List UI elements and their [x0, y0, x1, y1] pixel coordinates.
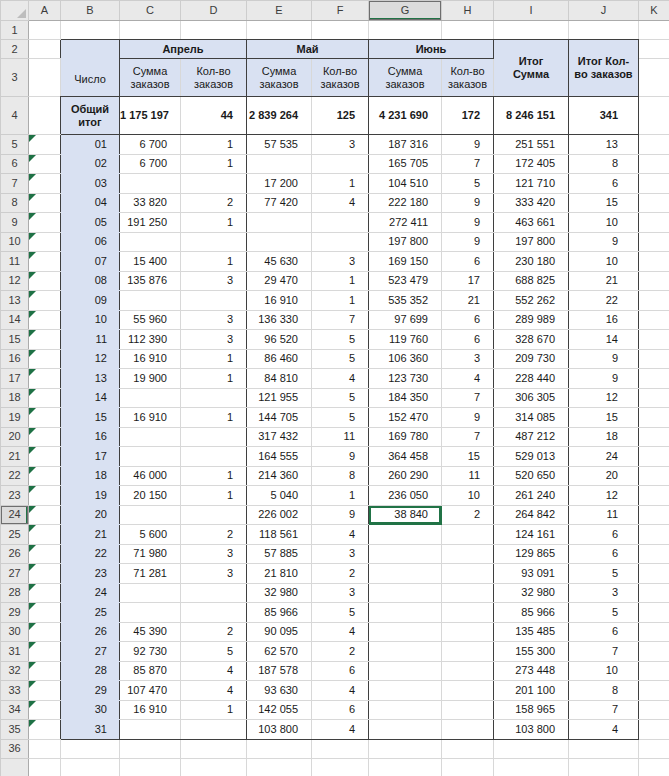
cell-A30[interactable] — [29, 622, 61, 642]
cell-I13[interactable]: 552 262 — [494, 291, 569, 311]
cell-F33[interactable]: 4 — [312, 681, 369, 701]
cell-A3[interactable] — [29, 59, 61, 97]
cell-B9[interactable]: 05 — [61, 213, 120, 233]
cell-E4[interactable]: 2 839 264 — [247, 97, 312, 135]
cell-K35[interactable] — [639, 720, 669, 740]
cell-F22[interactable]: 8 — [312, 466, 369, 486]
row-header-27[interactable]: 27 — [1, 564, 29, 584]
cell-H16[interactable]: 3 — [442, 349, 494, 369]
cell-G34[interactable] — [369, 700, 442, 720]
column-header-C[interactable]: C — [120, 1, 181, 21]
cell-G25[interactable] — [369, 525, 442, 545]
cell-K24[interactable] — [639, 505, 669, 525]
cell-K9[interactable] — [639, 213, 669, 233]
cell-I29[interactable]: 85 966 — [494, 603, 569, 623]
cell-B36[interactable] — [61, 739, 120, 758]
cell-C32[interactable]: 85 870 — [120, 661, 181, 681]
cell-I14[interactable]: 289 989 — [494, 310, 569, 330]
cell-G1[interactable] — [369, 21, 442, 40]
column-header-I[interactable]: I — [494, 1, 569, 21]
cell-G6[interactable]: 165 705 — [369, 154, 442, 174]
cell-G35[interactable] — [369, 720, 442, 740]
row-header-3[interactable]: 3 — [1, 59, 29, 97]
cell-G23[interactable]: 236 050 — [369, 486, 442, 506]
row-header-9[interactable]: 9 — [1, 213, 29, 233]
cell-I9[interactable]: 463 661 — [494, 213, 569, 233]
cell-D5[interactable]: 1 — [181, 135, 247, 155]
cell-I19[interactable]: 314 085 — [494, 408, 569, 428]
cell-C19[interactable]: 16 910 — [120, 408, 181, 428]
row-header-35[interactable]: 35 — [1, 720, 29, 740]
cell-A34[interactable] — [29, 700, 61, 720]
cell-B14[interactable]: 10 — [61, 310, 120, 330]
cell-F17[interactable]: 4 — [312, 369, 369, 389]
cell-E5[interactable]: 57 535 — [247, 135, 312, 155]
cell-K2[interactable] — [639, 40, 669, 59]
row-header-26[interactable]: 26 — [1, 544, 29, 564]
cell-C4[interactable]: 1 175 197 — [120, 97, 181, 135]
cell-E30[interactable]: 90 095 — [247, 622, 312, 642]
cell-J2[interactable]: Итог Кол- во заказов — [569, 40, 639, 97]
cell-G37[interactable] — [369, 758, 442, 776]
cell-F35[interactable]: 4 — [312, 720, 369, 740]
cell-H8[interactable]: 9 — [442, 193, 494, 213]
cell-B13[interactable]: 09 — [61, 291, 120, 311]
cell-F16[interactable]: 5 — [312, 349, 369, 369]
cell-B22[interactable]: 18 — [61, 466, 120, 486]
cell-B17[interactable]: 13 — [61, 369, 120, 389]
cell-F10[interactable] — [312, 232, 369, 252]
cell-G3[interactable]: Сумма заказов — [369, 59, 442, 97]
cell-J35[interactable]: 4 — [569, 720, 639, 740]
cell-G18[interactable]: 184 350 — [369, 388, 442, 408]
cell-C21[interactable] — [120, 447, 181, 467]
cell-J26[interactable]: 6 — [569, 544, 639, 564]
cell-K22[interactable] — [639, 466, 669, 486]
cell-I23[interactable]: 261 240 — [494, 486, 569, 506]
cell-E37[interactable] — [247, 758, 312, 776]
cell-A25[interactable] — [29, 525, 61, 545]
cell-B10[interactable]: 06 — [61, 232, 120, 252]
cell-J32[interactable]: 10 — [569, 661, 639, 681]
select-all-corner[interactable] — [1, 1, 29, 21]
row-header-16[interactable]: 16 — [1, 349, 29, 369]
cell-K31[interactable] — [639, 642, 669, 662]
cell-K15[interactable] — [639, 330, 669, 350]
cell-I28[interactable]: 32 980 — [494, 583, 569, 603]
cell-H21[interactable]: 15 — [442, 447, 494, 467]
row-header-14[interactable]: 14 — [1, 310, 29, 330]
cell-B26[interactable]: 22 — [61, 544, 120, 564]
cell-F31[interactable]: 2 — [312, 642, 369, 662]
cell-H30[interactable] — [442, 622, 494, 642]
cell-H4[interactable]: 172 — [442, 97, 494, 135]
cell-G16[interactable]: 106 360 — [369, 349, 442, 369]
cell-G17[interactable]: 123 730 — [369, 369, 442, 389]
cell-A27[interactable] — [29, 564, 61, 584]
cell-G13[interactable]: 535 352 — [369, 291, 442, 311]
cell-G27[interactable] — [369, 564, 442, 584]
cell-C10[interactable] — [120, 232, 181, 252]
cell-E11[interactable]: 45 630 — [247, 252, 312, 272]
cell-E9[interactable] — [247, 213, 312, 233]
cell-D7[interactable] — [181, 174, 247, 194]
cell-A8[interactable] — [29, 193, 61, 213]
cell-C36[interactable] — [120, 739, 181, 758]
cell-A15[interactable] — [29, 330, 61, 350]
cell-E36[interactable] — [247, 739, 312, 758]
cell-H31[interactable] — [442, 642, 494, 662]
cell-I27[interactable]: 93 091 — [494, 564, 569, 584]
cell-I4[interactable]: 8 246 151 — [494, 97, 569, 135]
row-header-1[interactable]: 1 — [1, 21, 29, 40]
cell-G24[interactable]: 38 840 — [369, 505, 442, 525]
column-header-J[interactable]: J — [569, 1, 639, 21]
cell-I15[interactable]: 328 670 — [494, 330, 569, 350]
cell-E32[interactable]: 187 578 — [247, 661, 312, 681]
cell-F9[interactable] — [312, 213, 369, 233]
cell-G32[interactable] — [369, 661, 442, 681]
cell-E16[interactable]: 86 460 — [247, 349, 312, 369]
cell-F28[interactable]: 3 — [312, 583, 369, 603]
cell-G11[interactable]: 169 150 — [369, 252, 442, 272]
cell-B32[interactable]: 28 — [61, 661, 120, 681]
cell-C33[interactable]: 107 470 — [120, 681, 181, 701]
cell-F29[interactable]: 5 — [312, 603, 369, 623]
cell-E14[interactable]: 136 330 — [247, 310, 312, 330]
